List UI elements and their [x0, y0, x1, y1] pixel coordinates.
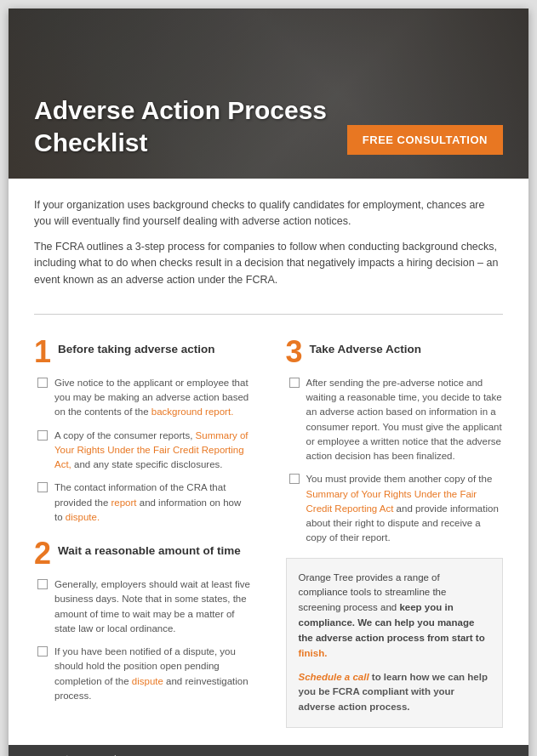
section-1-header: 1 Before taking adverse action — [34, 337, 252, 367]
checkbox[interactable] — [37, 646, 48, 657]
checkbox[interactable] — [37, 579, 48, 589]
checklist-text: Give notice to the applicant or employee… — [54, 376, 252, 420]
checkbox[interactable] — [37, 378, 48, 388]
checklist-item: Generally, employers should wait at leas… — [34, 577, 252, 636]
checklist-text: The contact information of the CRA that … — [54, 480, 252, 525]
free-consultation-button[interactable]: FREE CONSULTATION — [347, 125, 503, 155]
intro-paragraph-1: If your organization uses background che… — [34, 197, 503, 230]
header: Adverse Action Process Checklist FREE CO… — [9, 9, 528, 179]
right-column: 3 Take Adverse Action After sending the … — [277, 328, 504, 728]
main-content: 1 Before taking adverse action Give noti… — [9, 328, 528, 728]
info-box-cta: Schedule a call to learn how we can help… — [299, 670, 491, 715]
checklist-item: You must provide them another copy of th… — [286, 472, 504, 545]
checklist-text: If you have been notified of a dispute, … — [54, 645, 252, 703]
section-2-header: 2 Wait a reasonable amount of time — [34, 538, 252, 569]
left-column: 1 Before taking adverse action Give noti… — [34, 328, 260, 728]
section-1-title: Before taking adverse action — [58, 342, 215, 357]
section-3-number: 3 — [286, 337, 303, 367]
section-2-title: Wait a reasonable amount of time — [58, 543, 241, 559]
checklist-item: Give notice to the applicant or employee… — [34, 376, 252, 420]
checklist-text: You must provide them another copy of th… — [306, 472, 504, 545]
checkbox[interactable] — [289, 474, 300, 484]
checklist-text: A copy of the consumer reports, Summary … — [54, 429, 252, 473]
header-content: Adverse Action Process Checklist FREE CO… — [34, 94, 503, 158]
info-box-text: Orange Tree provides a range of complian… — [299, 571, 491, 662]
checklist-item: The contact information of the CRA that … — [34, 480, 252, 525]
section-3-title: Take Adverse Action — [310, 342, 422, 357]
info-box: Orange Tree provides a range of complian… — [286, 558, 504, 728]
footer: orangetreescreening.com Orange Tree — [9, 745, 528, 756]
checkbox[interactable] — [289, 378, 300, 388]
checklist-text: After sending the pre-adverse notice and… — [306, 376, 504, 464]
page-title: Adverse Action Process Checklist — [34, 94, 340, 158]
section-3-header: 3 Take Adverse Action — [286, 337, 504, 367]
intro-paragraph-2: The FCRA outlines a 3-step process for c… — [34, 239, 503, 288]
checklist-item: If you have been notified of a dispute, … — [34, 645, 252, 703]
checklist-item: After sending the pre-adverse notice and… — [286, 376, 504, 464]
checklist-text: Generally, employers should wait at leas… — [54, 577, 252, 636]
checkbox[interactable] — [37, 482, 48, 492]
divider — [34, 314, 503, 315]
section-2-number: 2 — [34, 538, 51, 569]
checklist-item: A copy of the consumer reports, Summary … — [34, 429, 252, 473]
section-1-number: 1 — [34, 337, 51, 367]
intro-section: If your organization uses background che… — [9, 179, 528, 305]
page: Adverse Action Process Checklist FREE CO… — [9, 9, 528, 756]
checkbox[interactable] — [37, 430, 48, 441]
